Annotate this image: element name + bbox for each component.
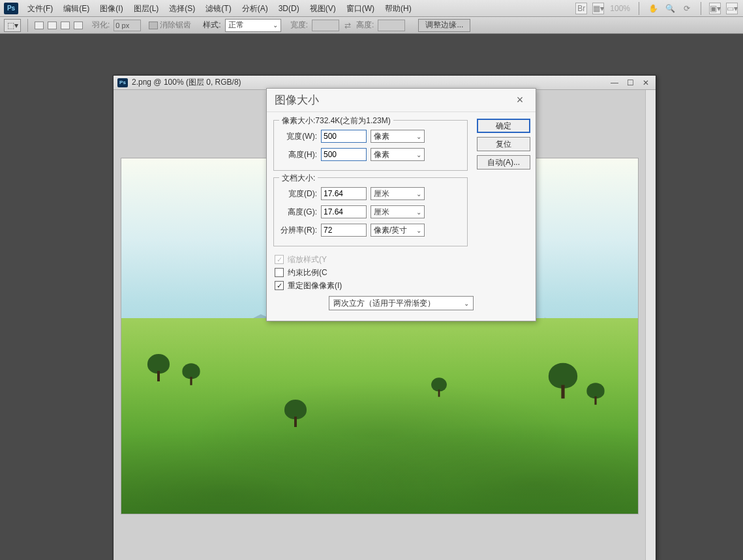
constrain-proportions-checkbox[interactable] [275,268,284,277]
minimize-icon[interactable]: — [609,78,620,87]
dialog-title-bar[interactable]: 图像大小 × [267,89,536,112]
current-tool-marquee-icon[interactable]: ⬚▾ [4,19,21,32]
pixel-width-unit-select[interactable]: 像素⌄ [371,130,425,143]
view-extras-icon[interactable]: ▦▾ [592,3,604,14]
chevron-down-icon: ⌄ [416,209,421,216]
separator [701,2,701,15]
doc-height-unit-select[interactable]: 厘米⌄ [371,205,425,218]
pixel-dimensions-legend: 像素大小:732.4K(之前为1.23M) [279,115,393,126]
resample-method-select[interactable]: 两次立方（适用于平滑渐变） ⌄ [329,296,474,310]
selection-add-icon[interactable] [48,22,57,29]
menu-right-group: Br ▦▾ 100% ✋ 🔍 ⟳ ▣▾ ▭▾ [575,2,743,15]
doc-width-label: 宽度(D): [279,188,317,199]
document-size-legend: 文档大小: [279,173,318,184]
menu-3d[interactable]: 3D(D) [273,0,305,17]
zoom-tool-icon[interactable]: 🔍 [664,3,676,14]
pixel-height-label: 高度(H): [279,149,317,160]
unit-value: 厘米 [374,207,389,218]
dialog-close-icon[interactable]: × [512,93,528,107]
chevron-down-icon: ⌄ [464,300,469,307]
hill-shading [121,318,638,514]
resolution-unit-select[interactable]: 像素/英寸⌄ [371,224,425,237]
options-bar: ⬚▾ 羽化: 消除锯齿 样式: 正常⌄ 宽度: ⇄ 高度: 调整边缘... [0,17,743,34]
maximize-icon[interactable]: ☐ [624,78,636,87]
resample-checkbox[interactable]: ✓ [275,281,284,290]
menu-file[interactable]: 文件(F) [22,0,58,17]
chevron-down-icon: ⌄ [273,22,278,29]
arrange-docs-icon[interactable]: ▣▾ [709,3,721,14]
scale-styles-checkbox: ✓ [275,255,284,264]
tree-icon [431,377,447,396]
app-logo-icon: Ps [4,3,18,14]
close-icon[interactable]: ✕ [640,78,652,87]
antialias-label: 消除锯齿 [160,20,191,31]
feather-input[interactable] [114,20,141,31]
pixel-height-input[interactable] [321,148,367,161]
menu-edit[interactable]: 编辑(E) [58,0,95,17]
doc-width-unit-select[interactable]: 厘米⌄ [371,187,425,200]
resample-method-value: 两次立方（适用于平滑渐变） [333,298,435,309]
document-size-group: 文档大小: 宽度(D): 厘米⌄ 高度(G): 厘米⌄ 分辨率(R): 像素/英… [273,177,468,246]
separator [27,19,28,32]
scale-styles-label: 缩放样式(Y [288,254,327,265]
window-controls: — ☐ ✕ [609,78,652,87]
width-label: 宽度: [290,20,308,31]
style-label: 样式: [203,20,220,31]
menu-help[interactable]: 帮助(H) [380,0,417,17]
feather-label: 羽化: [92,20,110,31]
resolution-label: 分辨率(R): [279,225,317,236]
height-input [378,20,405,31]
unit-value: 像素 [374,149,389,160]
image-size-dialog: 图像大小 × 确定 复位 自动(A)... 像素大小:732.4K(之前为1.2… [266,88,536,321]
doc-height-label: 高度(G): [279,207,317,218]
hand-tool-icon[interactable]: ✋ [647,3,659,14]
selection-subtract-icon[interactable] [61,22,70,29]
style-select-value: 正常 [228,20,244,31]
menu-analysis[interactable]: 分析(A) [237,0,273,17]
tree-icon [586,383,604,405]
chevron-down-icon: ⌄ [416,227,421,234]
antialias-checkbox [149,22,158,29]
rotate-view-icon[interactable]: ⟳ [681,3,693,14]
unit-value: 像素 [374,131,389,142]
auto-button[interactable]: 自动(A)... [477,155,530,169]
vertical-scrollbar[interactable] [645,90,656,560]
ok-button[interactable]: 确定 [477,119,530,133]
doc-width-input[interactable] [321,187,367,200]
menu-window[interactable]: 窗口(W) [341,0,380,17]
tree-icon [549,363,577,399]
pixel-height-unit-select[interactable]: 像素⌄ [371,148,425,161]
reset-button[interactable]: 复位 [477,137,530,151]
height-label: 高度: [356,20,374,31]
bridge-icon[interactable]: Br [575,3,587,14]
selection-new-icon[interactable] [35,22,44,29]
chevron-down-icon: ⌄ [416,133,421,140]
constrain-proportions-label: 约束比例(C [288,267,327,278]
tree-icon [182,363,200,385]
dialog-button-column: 确定 复位 自动(A)... [477,119,530,169]
doc-height-input[interactable] [321,205,367,218]
tree-icon [147,354,170,381]
menu-layer[interactable]: 图层(L) [129,0,164,17]
pixel-width-input[interactable] [321,130,367,143]
unit-value: 厘米 [374,188,389,199]
chevron-down-icon: ⌄ [416,151,421,158]
zoom-level-label[interactable]: 100% [609,3,631,14]
swap-wh-icon[interactable]: ⇄ [344,21,351,30]
chevron-down-icon: ⌄ [416,190,421,198]
menu-filter[interactable]: 滤镜(T) [200,0,236,17]
width-input [312,20,339,31]
resample-label: 重定图像像素(I) [288,280,342,291]
menu-view[interactable]: 视图(V) [305,0,341,17]
pixel-width-label: 宽度(W): [279,131,317,142]
doc-ps-icon: Ps [117,78,128,87]
menu-select[interactable]: 选择(S) [164,0,200,17]
selection-intersect-icon[interactable] [74,22,83,29]
main-menu-bar: Ps 文件(F) 编辑(E) 图像(I) 图层(L) 选择(S) 滤镜(T) 分… [0,0,743,17]
dialog-body: 确定 复位 自动(A)... 像素大小:732.4K(之前为1.23M) 宽度(… [267,112,536,317]
resolution-input[interactable] [321,224,367,237]
refine-edge-button[interactable]: 调整边缘... [418,19,470,32]
style-select[interactable]: 正常⌄ [225,19,281,32]
screen-mode-icon[interactable]: ▭▾ [726,3,738,14]
menu-image[interactable]: 图像(I) [95,0,128,17]
